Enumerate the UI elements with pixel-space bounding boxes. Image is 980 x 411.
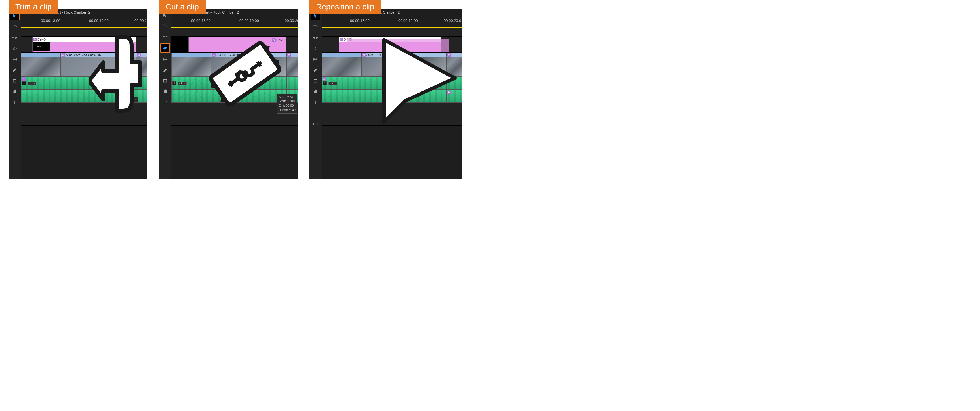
editor-panel-trim: ct: Captions Quickstart - Rock Climber_2… [8, 8, 148, 179]
video-clip[interactable] [321, 53, 361, 76]
time-ruler[interactable]: 00:00:18:00 00:00:19:00 00:00:20:0 [321, 16, 462, 28]
tracks-container: fx DYNO fx A005_07231030_C036.mov [321, 28, 462, 126]
caption-clip[interactable]: fx DYNO DYNO [32, 37, 136, 52]
svg-text:DYNO: DYNO [37, 46, 43, 48]
clip-thumbnail [287, 57, 298, 76]
work-area-bar[interactable] [171, 27, 298, 28]
video-track-1[interactable]: fx A005_07231030_C036.mov fx [321, 53, 462, 77]
ripple-edit-tool[interactable] [311, 33, 320, 42]
track-select-tool[interactable] [161, 22, 169, 30]
ruler-tick: 00:00:18:00 [41, 18, 60, 23]
track-number: 1 [172, 81, 177, 86]
rectangle-tool[interactable] [311, 76, 320, 85]
waveform-icon [21, 90, 136, 102]
rectangle-tool[interactable] [161, 76, 169, 85]
fx-badge-icon: fx [339, 38, 343, 41]
slip-tool[interactable] [11, 55, 19, 64]
audio-clip[interactable]: fx [418, 90, 447, 103]
audio-clip[interactable]: fx [418, 77, 447, 90]
fx-badge-icon: fx [362, 53, 366, 57]
playhead[interactable] [172, 8, 172, 179]
pen-tool[interactable] [161, 66, 169, 74]
clip-label: A005_07231030_C036.mov [366, 53, 402, 56]
svg-rect-12 [314, 80, 317, 82]
razor-tool[interactable] [11, 44, 19, 53]
video-clip[interactable]: fx [286, 53, 298, 76]
razor-tool[interactable] [311, 44, 320, 53]
track-number: 1 [323, 81, 327, 86]
audio-clip[interactable]: fx [447, 77, 462, 90]
track-select-tool[interactable] [11, 23, 19, 31]
audio-clip[interactable]: fx [447, 90, 462, 103]
timecode-tooltip: 00:00: [126, 97, 138, 102]
slip-tool[interactable] [161, 55, 169, 64]
audio-clip[interactable] [171, 90, 286, 103]
tooltip-start: Start: 00:00 [278, 99, 296, 103]
caption-clip-ghost[interactable] [347, 39, 449, 53]
video-clip[interactable] [171, 53, 211, 76]
audio-track-1[interactable]: 1 Ch. 1 [171, 77, 298, 90]
video-clip[interactable]: fx A005_07231030_C036.mov [361, 53, 447, 76]
video-track-1[interactable]: fx A005_07231030_C036.mov fx [21, 53, 148, 77]
ruler-tick: 00:00:20 [134, 18, 148, 23]
slip-tool[interactable] [311, 55, 320, 64]
editor-panel-reposition: Project: Captions Quickstart - Rock Clim… [309, 8, 462, 179]
svg-rect-10 [313, 25, 317, 28]
pen-tool[interactable] [311, 66, 320, 74]
pen-tool[interactable] [11, 66, 19, 74]
ripple-edit-tool[interactable] [11, 33, 19, 42]
audio-track-2[interactable]: fx fx [321, 90, 462, 103]
waveform-icon [322, 90, 418, 100]
clip-thumbnail [211, 57, 286, 76]
audio-clip[interactable] [286, 77, 298, 90]
svg-rect-5 [163, 46, 167, 49]
type-tool[interactable] [11, 98, 19, 107]
ripple-delete-tool[interactable] [311, 120, 320, 128]
fx-badge-icon: fx [447, 78, 451, 81]
time-ruler[interactable]: 00:00:18:00 00:00:19:00 00:00:20 [171, 16, 298, 28]
video-clip[interactable]: fx [447, 53, 462, 76]
clip-info-tooltip: A05_07231 Start: 00:00 End: 00:00: Durat… [277, 94, 297, 113]
fx-badge-icon: fx [272, 38, 276, 42]
audio-clip[interactable]: fx [136, 77, 148, 90]
hand-tool[interactable] [11, 88, 19, 96]
audio-clip[interactable] [21, 90, 136, 103]
audio-track-1[interactable]: 1 Ch. 1 fx fx fx [321, 77, 462, 90]
audio-track-1[interactable]: 1 Ch. 1 fx fx [21, 77, 148, 90]
hand-tool[interactable] [161, 88, 169, 96]
svg-rect-4 [163, 24, 166, 27]
tracks-container: fx DYNO DYNO fx A [21, 28, 148, 126]
audio-clip[interactable] [171, 77, 286, 90]
type-tool[interactable] [161, 98, 169, 107]
video-track-3[interactable]: fx DYNO [171, 37, 298, 53]
audio-clip[interactable] [321, 90, 418, 103]
caption-clip[interactable]: fx DYNO [188, 37, 286, 52]
fx-badge-icon: fx [447, 53, 451, 57]
type-tool[interactable] [311, 98, 320, 107]
track-number: 1 [22, 81, 26, 86]
ruler-tick: 00:00:18:00 [191, 18, 211, 23]
channel-label: Ch. 1 [178, 82, 187, 85]
video-clip[interactable] [21, 53, 61, 76]
waveform-icon [21, 77, 136, 89]
work-area-bar[interactable] [21, 27, 148, 28]
video-track-3[interactable]: fx DYNO DYNO [21, 37, 148, 53]
video-clip[interactable]: fx 7231030_C036.mov [211, 53, 286, 76]
hand-tool[interactable] [311, 88, 320, 96]
ruler-tick: 00:00:20 [285, 18, 298, 23]
time-ruler[interactable]: 00:00:18:00 00:00:19:00 00:00:20 [21, 16, 148, 28]
svg-rect-0 [13, 25, 16, 28]
video-clip[interactable]: fx A005_07231030_C036.mov [61, 53, 136, 76]
audio-clip[interactable]: fx [21, 77, 136, 90]
video-track-1[interactable]: fx 7231030_C036.mov fx [171, 53, 298, 77]
video-track-3[interactable]: fx DYNO [321, 37, 462, 53]
video-clip[interactable]: fx [136, 53, 148, 76]
razor-tool[interactable] [160, 43, 170, 53]
track-select-tool[interactable] [311, 23, 320, 31]
work-area-bar[interactable] [321, 27, 462, 28]
ripple-edit-tool[interactable] [161, 32, 169, 41]
fx-badge-icon: fx [33, 38, 37, 41]
fx-badge-icon: fx [137, 78, 141, 81]
rectangle-tool[interactable] [11, 76, 19, 85]
tooltip-clip-name: A05_07231 [278, 95, 296, 99]
